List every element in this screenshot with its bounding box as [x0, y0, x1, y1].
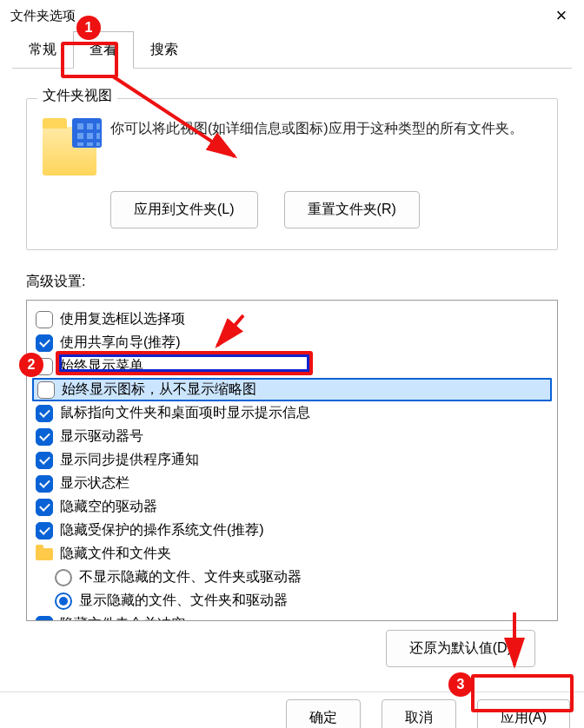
reset-folders-button[interactable]: 重置文件夹(R) [284, 191, 420, 228]
advanced-item-label: 使用复选框以选择项 [60, 310, 185, 328]
checkbox[interactable] [37, 381, 55, 399]
checkbox[interactable] [36, 358, 53, 375]
tab-search[interactable]: 搜索 [134, 31, 195, 69]
checkbox[interactable] [36, 311, 53, 328]
advanced-item-label: 显示隐藏的文件、文件夹和驱动器 [79, 592, 288, 610]
folder-views-desc: 你可以将此视图(如详细信息或图标)应用于这种类型的所有文件夹。 [110, 118, 523, 139]
advanced-item-2[interactable]: 始终显示菜单 [32, 354, 552, 378]
tabs: 常规 查看 搜索 [0, 31, 584, 69]
apply-to-folders-button[interactable]: 应用到文件夹(L) [110, 191, 258, 228]
advanced-item-8[interactable]: 隐藏空的驱动器 [32, 495, 552, 519]
advanced-item-10[interactable]: 隐藏文件和文件夹 [32, 542, 552, 566]
advanced-item-label: 使用共享向导(推荐) [60, 334, 181, 352]
ok-button[interactable]: 确定 [286, 699, 361, 728]
checkbox[interactable] [36, 452, 53, 469]
checkbox[interactable] [36, 522, 53, 539]
advanced-item-label: 隐藏文件夹合并冲突 [60, 615, 185, 621]
checkbox[interactable] [36, 428, 53, 446]
tab-general[interactable]: 常规 [12, 31, 73, 69]
advanced-item-label: 不显示隐藏的文件、文件夹或驱动器 [79, 568, 302, 586]
advanced-item-label: 显示同步提供程序通知 [60, 451, 199, 469]
advanced-item-5[interactable]: 显示驱动器号 [32, 425, 552, 448]
advanced-item-label: 始终显示图标，从不显示缩略图 [62, 381, 256, 399]
apply-button[interactable]: 应用(A) [477, 699, 570, 728]
tab-view[interactable]: 查看 [73, 31, 134, 69]
checkbox[interactable] [36, 616, 53, 622]
folder-views-icon [43, 127, 96, 175]
folder-views-legend: 文件夹视图 [37, 87, 117, 105]
checkbox[interactable] [36, 499, 53, 516]
restore-defaults-button[interactable]: 还原为默认值(D) [386, 630, 535, 667]
advanced-item-4[interactable]: 鼠标指向文件夹和桌面项时显示提示信息 [32, 401, 552, 425]
advanced-item-label: 鼠标指向文件夹和桌面项时显示提示信息 [60, 404, 310, 422]
advanced-item-label: 隐藏空的驱动器 [60, 498, 157, 516]
folder-icon [36, 548, 53, 560]
advanced-item-1[interactable]: 使用共享向导(推荐) [32, 331, 552, 354]
advanced-settings-list[interactable]: 使用复选框以选择项使用共享向导(推荐)始终显示菜单始终显示图标，从不显示缩略图鼠… [26, 300, 558, 621]
checkbox[interactable] [36, 475, 53, 493]
advanced-item-label: 显示驱动器号 [60, 427, 143, 446]
advanced-item-3[interactable]: 始终显示图标，从不显示缩略图 [32, 378, 552, 401]
advanced-item-7[interactable]: 显示状态栏 [32, 472, 552, 495]
radio[interactable] [55, 592, 72, 610]
checkbox[interactable] [36, 334, 53, 352]
advanced-item-13[interactable]: 隐藏文件夹合并冲突 [32, 612, 552, 621]
advanced-item-6[interactable]: 显示同步提供程序通知 [32, 448, 552, 472]
radio[interactable] [55, 569, 72, 586]
window-title: 文件夹选项 [10, 8, 76, 24]
advanced-settings-label: 高级设置: [26, 273, 558, 291]
advanced-item-label: 隐藏文件和文件夹 [60, 545, 171, 563]
advanced-item-label: 显示状态栏 [60, 474, 129, 493]
advanced-item-12[interactable]: 显示隐藏的文件、文件夹和驱动器 [32, 589, 552, 612]
advanced-item-9[interactable]: 隐藏受保护的操作系统文件(推荐) [32, 519, 552, 542]
folder-views-group: 文件夹视图 你可以将此视图(如详细信息或图标)应用于这种类型的所有文件夹。 应用… [26, 98, 558, 250]
cancel-button[interactable]: 取消 [382, 699, 456, 728]
close-button[interactable]: × [549, 4, 574, 27]
advanced-item-11[interactable]: 不显示隐藏的文件、文件夹或驱动器 [32, 566, 552, 589]
advanced-item-0[interactable]: 使用复选框以选择项 [32, 308, 552, 331]
advanced-item-label: 始终显示菜单 [60, 357, 143, 375]
checkbox[interactable] [36, 405, 53, 422]
advanced-item-label: 隐藏受保护的操作系统文件(推荐) [60, 521, 264, 539]
